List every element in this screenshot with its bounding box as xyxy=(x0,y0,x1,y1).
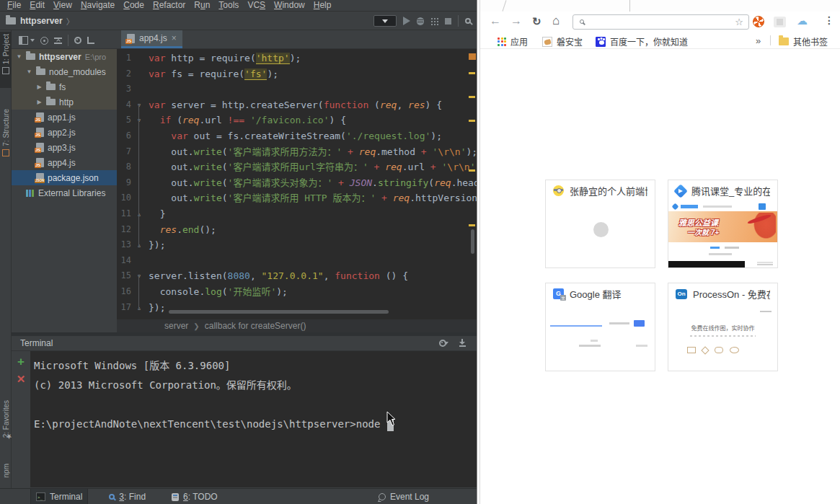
code-area[interactable]: var http = require('http');var fs = requ… xyxy=(149,50,477,315)
tree-right-arrow-icon[interactable]: ▶ xyxy=(36,84,43,90)
home-button[interactable]: ⌂ xyxy=(552,14,560,28)
bookmark-item[interactable]: 磐安宝 xyxy=(542,35,583,48)
code-line-10[interactable]: out.write('客户端请求所用 HTTP 版本为：' + req.http… xyxy=(149,190,477,206)
code-line-4[interactable]: var server = http.createServer(function … xyxy=(149,97,477,113)
apps-shortcut[interactable]: 应用 xyxy=(498,35,528,48)
menu-refactor[interactable]: Refactor xyxy=(149,0,190,11)
collapse-all-icon[interactable] xyxy=(54,37,62,45)
code-line-2[interactable]: var fs = require('fs'); xyxy=(149,66,477,82)
breadcrumb-callback[interactable]: callback for createServer() xyxy=(205,321,306,331)
new-session-icon[interactable]: + xyxy=(17,357,25,367)
breadcrumb-server[interactable]: server xyxy=(164,321,188,331)
code-line-12[interactable]: res.end(); xyxy=(149,222,477,238)
other-bookmarks-button[interactable]: 其他书签 xyxy=(779,35,828,48)
terminal-settings-gear-icon[interactable] xyxy=(439,340,446,347)
status-terminal-button[interactable]: >_Terminal xyxy=(30,489,88,504)
sidebar-item-project[interactable]: 1: Project xyxy=(0,32,12,88)
coverage-button[interactable] xyxy=(430,17,438,25)
close-icon[interactable]: × xyxy=(172,35,177,42)
bookmarks-overflow-button[interactable]: » xyxy=(756,35,761,46)
tree-item-fs[interactable]: ▶fs xyxy=(12,79,117,94)
code-line-7[interactable]: out.write('客户端请求所用方法为：' + req.method + '… xyxy=(149,144,477,160)
tree-item-http[interactable]: ▶http xyxy=(12,94,117,110)
warning-stripe-mark[interactable] xyxy=(469,72,475,74)
tree-item-httpserver[interactable]: ▼httpserver E:\pro xyxy=(12,49,117,64)
warning-stripe-mark[interactable] xyxy=(469,169,475,172)
menu-edit[interactable]: Edit xyxy=(25,0,49,11)
menu-code[interactable]: Code xyxy=(119,0,149,11)
address-bar[interactable]: ☆ xyxy=(572,14,749,30)
run-button[interactable] xyxy=(403,17,410,25)
fold-marker-icon[interactable]: ▵ xyxy=(134,206,144,222)
view-mode-icon[interactable] xyxy=(19,36,28,45)
tree-item-app3.js[interactable]: JSapp3.js xyxy=(12,140,117,155)
tree-item-node_modules[interactable]: ▼node_modules xyxy=(12,64,117,79)
menu-view[interactable]: View xyxy=(49,0,76,11)
code-line-13[interactable]: }); xyxy=(149,237,477,253)
code-line-8[interactable]: out.write('客户端请求所用url字符串为：' + req.url + … xyxy=(149,159,477,175)
code-editor[interactable]: 1234567891011121314151617 ▿▿▵▵▿▵ var htt… xyxy=(117,49,477,319)
most-visited-card-tencent[interactable]: 腾讯课堂_专业的在... 雅思公益课 一次就 7+ xyxy=(668,180,778,268)
code-line-3[interactable] xyxy=(149,81,477,97)
extension-360-icon[interactable] xyxy=(753,16,764,27)
tab-app4js[interactable]: JS app4.js × xyxy=(121,30,182,48)
tree-item-app2.js[interactable]: JSapp2.js xyxy=(12,125,117,140)
code-line-5[interactable]: if (req.url !== '/favicon.ico') { xyxy=(149,112,477,128)
close-session-icon[interactable]: ✕ xyxy=(17,374,26,384)
bookmark-star-icon[interactable]: ☆ xyxy=(735,17,743,27)
menu-help[interactable]: Help xyxy=(309,0,336,11)
code-line-11[interactable]: } xyxy=(149,206,477,222)
tree-item-app4.js[interactable]: JSapp4.js xyxy=(12,155,117,170)
menu-vcs[interactable]: VCS xyxy=(243,0,270,11)
fold-marker-icon[interactable]: ▿ xyxy=(134,97,144,113)
terminal-output[interactable]: Microsoft Windows [版本 6.3.9600](c) 2013 … xyxy=(30,351,477,487)
code-line-1[interactable]: var http = require('http'); xyxy=(149,50,477,66)
menu-run[interactable]: Run xyxy=(190,0,214,11)
most-visited-card-processon[interactable]: On ProcessOn - 免费在... 免费在线作图，实时协作 xyxy=(668,283,778,371)
menu-tools[interactable]: Tools xyxy=(214,0,243,11)
code-line-15[interactable]: server.listen(8080, "127.0.0.1", functio… xyxy=(149,268,477,284)
fold-marker-icon[interactable]: ▿ xyxy=(134,112,144,128)
fold-marker-icon[interactable]: ▵ xyxy=(134,237,144,253)
tree-item-app1.js[interactable]: JSapp1.js xyxy=(12,110,117,125)
bookmark-item-baidu[interactable]: 百度一下，你就知道 xyxy=(596,35,688,48)
code-line-9[interactable]: out.write('客户端请求头对象为：' + JSON.stringify(… xyxy=(149,175,477,191)
tree-right-arrow-icon[interactable]: ▶ xyxy=(36,99,43,105)
tree-down-arrow-icon[interactable]: ▼ xyxy=(26,68,32,75)
code-line-16[interactable]: console.log('开始监听'); xyxy=(149,284,477,300)
fold-marker-icon[interactable]: ▵ xyxy=(134,300,144,316)
menu-navigate[interactable]: Navigate xyxy=(76,0,119,11)
sidebar-item-structure[interactable]: 7: Structure xyxy=(0,107,12,159)
stop-button[interactable] xyxy=(445,18,451,25)
tree-item-External Libraries[interactable]: External Libraries xyxy=(12,185,117,200)
tree-item-package.json[interactable]: JSONpackage.json xyxy=(12,170,117,185)
warning-stripe-mark[interactable] xyxy=(469,120,475,122)
gear-icon[interactable] xyxy=(74,37,81,44)
status-todo-button[interactable]: 6: TODO xyxy=(167,489,223,504)
menu-file[interactable]: File xyxy=(3,0,25,11)
vertical-scrollbar[interactable] xyxy=(471,229,474,254)
forward-button[interactable]: → xyxy=(510,14,522,27)
code-line-6[interactable]: var out = fs.createWriteStream('./reques… xyxy=(149,128,477,144)
run-config-dropdown[interactable] xyxy=(373,15,397,27)
most-visited-card-blog[interactable]: 张静宜的个人前端博客 xyxy=(545,180,655,268)
search-everywhere-icon[interactable] xyxy=(465,18,471,24)
sidebar-item-favorites[interactable]: 2: Favorites ★ xyxy=(0,398,12,457)
horizontal-scrollbar[interactable] xyxy=(169,310,389,314)
warning-stripe-mark[interactable] xyxy=(469,96,475,98)
hide-panel-icon[interactable] xyxy=(87,37,94,44)
back-button[interactable]: ← xyxy=(490,14,501,27)
debug-button[interactable] xyxy=(417,17,424,25)
extension-pdf-icon[interactable] xyxy=(774,17,786,27)
warning-stripe-mark[interactable] xyxy=(469,224,475,226)
browser-menu-icon[interactable]: ⋮ xyxy=(824,14,834,26)
code-line-14[interactable] xyxy=(149,253,477,269)
hide-panel-icon[interactable] xyxy=(459,339,467,347)
extension-cloud-icon[interactable]: ☁ xyxy=(797,14,808,27)
breadcrumb[interactable]: httpserver xyxy=(20,16,63,26)
status-find-button[interactable]: 3: Find xyxy=(104,489,151,504)
reload-button[interactable]: ↻ xyxy=(532,15,541,28)
tree-down-arrow-icon[interactable]: ▼ xyxy=(16,53,22,60)
fold-marker-icon[interactable]: ▿ xyxy=(134,268,144,284)
menu-window[interactable]: Window xyxy=(270,0,309,11)
